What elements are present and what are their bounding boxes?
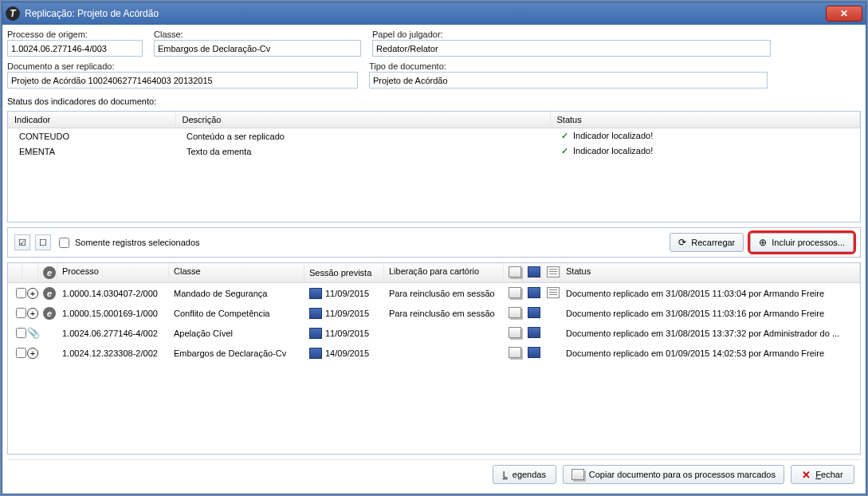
book-icon[interactable]: [528, 287, 540, 298]
input-papel[interactable]: [372, 40, 771, 57]
form-row-2: Documento a ser replicado: Tipo de docum…: [7, 61, 861, 89]
cell-descricao: Texto da ementa: [175, 144, 550, 159]
refresh-icon: ⟳: [678, 237, 686, 248]
col-processo[interactable]: Processo: [57, 263, 169, 282]
cell-sessao: 11/09/2015: [304, 326, 384, 341]
fechar-button[interactable]: ✕ Fechar: [791, 465, 854, 484]
eletronico-icon: e: [43, 307, 56, 320]
checkbox-somente[interactable]: [59, 238, 69, 248]
legendas-button[interactable]: Legendas: [493, 465, 556, 484]
field-papel: Papel do julgador:: [372, 30, 771, 57]
content-area: Processo de origem: Classe: Papel do jul…: [2, 25, 866, 494]
form-row-1: Processo de origem: Classe: Papel do jul…: [7, 30, 861, 57]
cell-processo: 1.0000.15.000169-1/000: [57, 307, 169, 320]
cell-status: Documento replicado em 01/09/2015 14:02:…: [561, 347, 860, 360]
cell-processo: 1.0000.14.030407-2/000: [57, 287, 169, 300]
table-row[interactable]: +e1.0000.15.000169-1/000Conflito de Comp…: [8, 303, 860, 323]
col-sessao[interactable]: Sessão prevista: [304, 263, 384, 282]
select-all-button[interactable]: ☑: [14, 234, 30, 250]
indicadores-table: Indicador Descrição Status CONTEUDO Cont…: [8, 112, 860, 159]
expand-icon[interactable]: +: [27, 348, 38, 359]
table-row[interactable]: +1.0024.12.323308-2/002Embargos de Decla…: [8, 343, 860, 363]
cell-classe: Conflito de Competência: [169, 307, 304, 320]
col-eletronico[interactable]: e: [38, 263, 57, 282]
cell-sessao: 11/09/2015: [304, 286, 384, 301]
book-icon[interactable]: [528, 307, 540, 318]
table-row[interactable]: 📎1.0024.06.277146-4/002Apelação Cível 11…: [8, 323, 860, 343]
footer-buttons: Legendas Copiar documento para os proces…: [7, 459, 861, 489]
cell-processo: 1.0024.12.323308-2/002: [57, 347, 169, 360]
indicadores-panel: Indicador Descrição Status CONTEUDO Cont…: [7, 111, 861, 222]
incluir-processos-button[interactable]: ⊕ Incluir processos...: [750, 233, 854, 252]
input-processo-origem[interactable]: [7, 40, 143, 57]
field-tipo: Tipo de documento:: [369, 61, 768, 89]
label-papel: Papel do julgador:: [372, 30, 771, 39]
docs-icon[interactable]: [509, 327, 521, 338]
input-tipo[interactable]: [369, 72, 768, 89]
cell-classe: Embargos de Declaração-Cv: [169, 347, 304, 360]
titlebar: T Replicação: Projeto de Acórdão ✕: [2, 2, 866, 25]
col-checkbox[interactable]: [8, 263, 22, 282]
book-icon: [309, 328, 322, 339]
label-somente: Somente registros selecionados: [75, 238, 200, 247]
field-processo-origem: Processo de origem:: [7, 30, 143, 57]
copiar-button[interactable]: Copiar documento para os processos marca…: [563, 465, 784, 484]
col-status[interactable]: Status: [561, 263, 860, 282]
copy-icon: [571, 469, 584, 480]
cell-liberacao: [384, 332, 504, 335]
cell-status: Documento replicado em 31/08/2015 11:03:…: [561, 287, 860, 300]
expand-icon[interactable]: +: [27, 288, 38, 299]
cell-indicador: CONTEUDO: [8, 128, 175, 144]
input-classe[interactable]: [154, 40, 361, 57]
label-indicadores-section: Status dos indicadores do documento:: [7, 96, 861, 106]
col-icon-2[interactable]: [523, 263, 542, 282]
dialog-window: T Replicação: Projeto de Acórdão ✕ Proce…: [2, 2, 866, 494]
cell-status: Documento replicado em 31/08/2015 13:37:…: [561, 327, 860, 340]
cell-status: Documento replicado em 31/08/2015 11:03:…: [561, 307, 860, 320]
col-indicador[interactable]: Indicador: [8, 112, 175, 128]
col-liberacao[interactable]: Liberação para cartório: [384, 263, 504, 282]
col-descricao[interactable]: Descrição: [175, 112, 550, 128]
cell-classe: Mandado de Segurança: [169, 287, 304, 300]
deselect-all-button[interactable]: ☐: [35, 234, 51, 250]
eletronico-icon: e: [43, 287, 56, 300]
cell-indicador: EMENTA: [8, 144, 175, 159]
expand-icon[interactable]: +: [27, 308, 38, 319]
col-icon-1[interactable]: [504, 263, 523, 282]
cell-liberacao: [384, 352, 504, 355]
close-button[interactable]: ✕: [826, 6, 862, 22]
cell-sessao: 14/09/2015: [304, 346, 384, 360]
col-action[interactable]: [22, 263, 38, 282]
book-icon: [528, 266, 540, 278]
docs-icon[interactable]: [509, 347, 521, 358]
col-classe[interactable]: Classe: [169, 263, 304, 282]
check-icon: ✓: [561, 131, 568, 140]
book-icon[interactable]: [528, 347, 540, 358]
grid-body: +e1.0000.14.030407-2/000Mandado de Segur…: [8, 283, 860, 454]
book-icon: [309, 288, 322, 299]
indicador-row[interactable]: CONTEUDO Conteúdo a ser replicado ✓Indic…: [8, 128, 860, 144]
cell-status: ✓Indicador localizado!: [550, 144, 860, 159]
field-classe: Classe:: [154, 30, 361, 57]
input-documento[interactable]: [7, 72, 358, 89]
book-icon[interactable]: [528, 327, 540, 338]
docs-icon[interactable]: [509, 287, 521, 298]
recarregar-button[interactable]: ⟳ Recarregar: [670, 233, 744, 252]
filter-selected-checkbox[interactable]: Somente registros selecionados: [56, 235, 200, 250]
processos-grid: e Processo Classe Sessão prevista Libera…: [7, 262, 861, 455]
col-icon-3[interactable]: [542, 263, 561, 282]
cell-descricao: Conteúdo a ser replicado: [175, 128, 550, 144]
book-icon: [309, 308, 322, 319]
col-status[interactable]: Status: [550, 112, 860, 128]
cell-status: ✓Indicador localizado!: [550, 128, 860, 144]
page-icon[interactable]: [547, 287, 560, 298]
docs-icon[interactable]: [509, 307, 521, 318]
check-icon: ✓: [561, 146, 568, 155]
cell-liberacao: Para reinclusão em sessão: [384, 307, 504, 320]
plus-circle-icon: ⊕: [759, 237, 767, 248]
label-classe: Classe:: [154, 30, 361, 39]
indicador-row[interactable]: EMENTA Texto da ementa ✓Indicador locali…: [8, 144, 860, 159]
table-row[interactable]: +e1.0000.14.030407-2/000Mandado de Segur…: [8, 283, 860, 303]
cell-classe: Apelação Cível: [169, 327, 304, 340]
cell-sessao: 11/09/2015: [304, 306, 384, 321]
